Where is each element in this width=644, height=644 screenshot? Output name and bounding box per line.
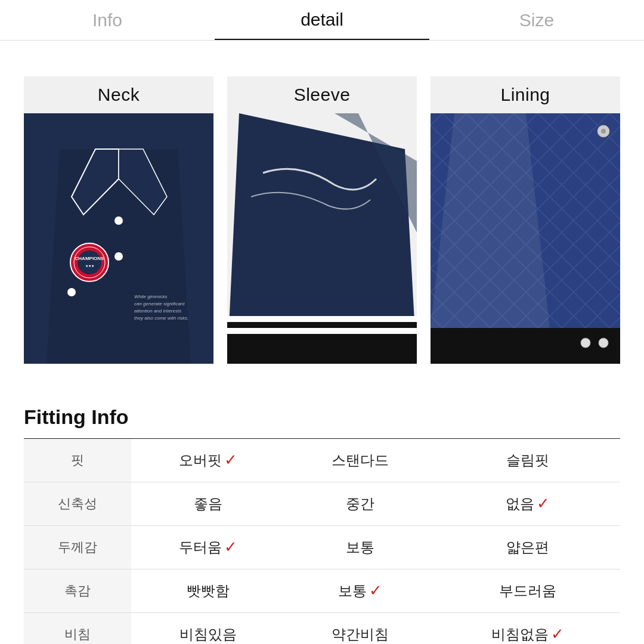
row-col1-1: 좋음 bbox=[131, 482, 284, 526]
row-col3-2: 얇은편 bbox=[435, 526, 620, 569]
row-label-3: 촉감 bbox=[24, 569, 131, 613]
svg-point-2 bbox=[114, 252, 123, 261]
check-icon: ✓ bbox=[224, 451, 237, 469]
svg-rect-14 bbox=[227, 316, 417, 364]
row-label-1: 신축성 bbox=[24, 482, 131, 526]
check-icon: ✓ bbox=[551, 625, 564, 643]
svg-point-23 bbox=[581, 338, 590, 348]
sleeve-photo bbox=[227, 113, 417, 364]
row-label-0: 핏 bbox=[24, 439, 131, 482]
svg-text:can generate significant: can generate significant bbox=[134, 301, 185, 306]
table-row: 비침 비침있음 약간비침 비침없음✓ bbox=[24, 613, 620, 645]
svg-point-24 bbox=[599, 338, 608, 348]
neck-card: Neck CHAMPIONS ★★★ bbox=[24, 76, 213, 364]
svg-rect-15 bbox=[227, 316, 417, 322]
row-col3-4: 비침없음✓ bbox=[435, 613, 620, 645]
table-row: 두께감 두터움✓ 보통 얇은편 bbox=[24, 526, 620, 569]
row-col2-4: 약간비침 bbox=[284, 613, 435, 645]
svg-point-21 bbox=[601, 129, 606, 134]
svg-text:attention and Interests: attention and Interests bbox=[134, 308, 181, 314]
svg-text:CHAMPIONS: CHAMPIONS bbox=[75, 256, 105, 261]
row-col1-3: 빳빳함 bbox=[131, 569, 284, 613]
row-col3-0: 슬림핏 bbox=[435, 439, 620, 482]
svg-rect-16 bbox=[227, 328, 417, 334]
row-col3-3: 부드러움 bbox=[435, 569, 620, 613]
tab-size[interactable]: Size bbox=[429, 0, 644, 40]
lining-card: Lining bbox=[431, 76, 620, 364]
row-label-2: 두께감 bbox=[24, 526, 131, 569]
svg-point-1 bbox=[114, 216, 123, 225]
svg-rect-22 bbox=[431, 328, 620, 364]
fitting-info-section: Fitting Info 핏 오버핏✓ 스탠다드 슬림핏 신축성 좋음 중간 없… bbox=[0, 388, 644, 644]
row-col3-1: 없음✓ bbox=[435, 482, 620, 526]
fitting-table: 핏 오버핏✓ 스탠다드 슬림핏 신축성 좋음 중간 없음✓ 두께감 두터움✓ 보… bbox=[24, 438, 620, 644]
detail-image-section: Neck CHAMPIONS ★★★ bbox=[0, 41, 644, 388]
fitting-title: Fitting Info bbox=[24, 405, 620, 429]
sleeve-card: Sleeve bbox=[227, 76, 417, 364]
tab-detail[interactable]: detail bbox=[215, 0, 429, 40]
lining-photo bbox=[431, 113, 620, 364]
row-col2-0: 스탠다드 bbox=[284, 439, 435, 482]
row-col2-2: 보통 bbox=[284, 526, 435, 569]
check-icon: ✓ bbox=[369, 581, 382, 599]
check-icon: ✓ bbox=[537, 494, 550, 512]
row-col2-3: 보통✓ bbox=[284, 569, 435, 613]
neck-photo: CHAMPIONS ★★★ While gimmicks can generat… bbox=[24, 113, 213, 364]
row-col2-1: 중간 bbox=[284, 482, 435, 526]
table-row: 촉감 빳빳함 보통✓ 부드러움 bbox=[24, 569, 620, 613]
svg-text:★★★: ★★★ bbox=[85, 264, 94, 268]
row-col1-0: 오버핏✓ bbox=[131, 439, 284, 482]
svg-text:While gimmicks: While gimmicks bbox=[134, 294, 168, 299]
check-icon: ✓ bbox=[224, 538, 237, 556]
row-label-4: 비침 bbox=[24, 613, 131, 645]
tab-navigation: Info detail Size bbox=[0, 0, 644, 41]
row-col1-4: 비침있음 bbox=[131, 613, 284, 645]
svg-point-3 bbox=[67, 288, 76, 296]
sleeve-title: Sleeve bbox=[227, 76, 417, 113]
tab-info[interactable]: Info bbox=[0, 0, 215, 40]
row-col1-2: 두터움✓ bbox=[131, 526, 284, 569]
svg-text:they also come with risks.: they also come with risks. bbox=[134, 315, 188, 321]
table-row: 핏 오버핏✓ 스탠다드 슬림핏 bbox=[24, 439, 620, 482]
svg-point-6 bbox=[78, 250, 101, 274]
lining-title: Lining bbox=[431, 76, 620, 113]
neck-title: Neck bbox=[24, 76, 213, 113]
table-row: 신축성 좋음 중간 없음✓ bbox=[24, 482, 620, 526]
